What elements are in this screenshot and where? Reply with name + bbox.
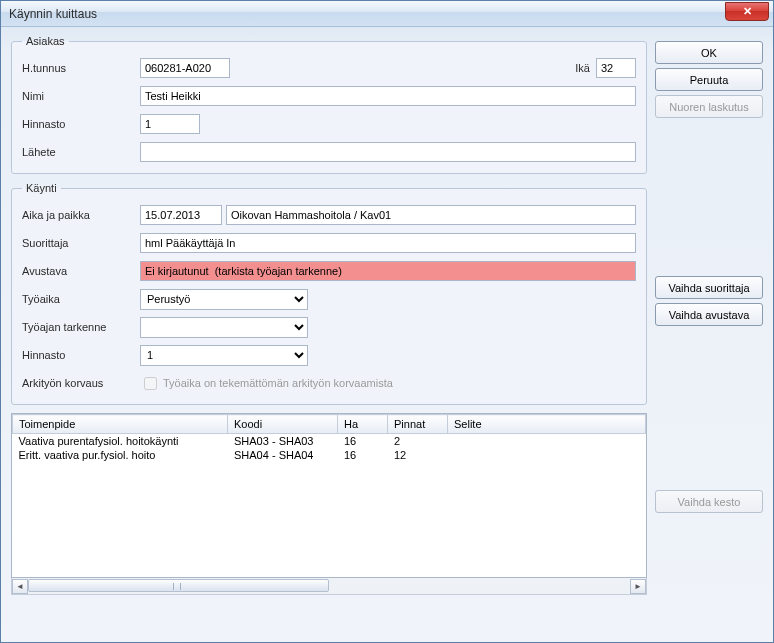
cell-selite (448, 448, 646, 462)
aika-label: Aika ja paikka (22, 209, 140, 221)
col-ha[interactable]: Ha (338, 415, 388, 434)
arkityo-label: Arkityön korvaus (22, 377, 140, 389)
col-toimenpide[interactable]: Toimenpide (13, 415, 228, 434)
nimi-label: Nimi (22, 90, 140, 102)
tyoaika-label: Työaika (22, 293, 140, 305)
aika-place-field[interactable] (226, 205, 636, 225)
kaynti-hinnasto-label: Hinnasto (22, 349, 140, 361)
lahete-label: Lähete (22, 146, 140, 158)
cell-toimenpide: Eritt. vaativa pur.fysiol. hoito (13, 448, 228, 462)
ika-field[interactable] (596, 58, 636, 78)
suorittaja-label: Suorittaja (22, 237, 140, 249)
aika-date-field[interactable] (140, 205, 222, 225)
dialog-window: Käynnin kuittaus ✕ Asiakas H.tunnus Ikä … (0, 0, 774, 643)
titlebar: Käynnin kuittaus ✕ (1, 1, 773, 27)
avustava-field[interactable] (140, 261, 636, 281)
close-icon: ✕ (743, 5, 752, 18)
scroll-right-icon[interactable]: ► (630, 579, 646, 594)
lahete-field[interactable] (140, 142, 636, 162)
close-button[interactable]: ✕ (725, 2, 769, 21)
kaynti-hinnasto-select[interactable]: 1 (140, 345, 308, 366)
ika-label: Ikä (560, 62, 590, 74)
col-selite[interactable]: Selite (448, 415, 646, 434)
table-row[interactable]: Vaativa purentafysiol. hoitokäyntiSHA03 … (13, 434, 646, 449)
tyotarkenne-select[interactable] (140, 317, 308, 338)
htunnus-field[interactable] (140, 58, 230, 78)
window-title: Käynnin kuittaus (9, 7, 97, 21)
cell-koodi: SHA04 - SHA04 (228, 448, 338, 462)
scroll-thumb[interactable] (28, 579, 329, 592)
asiakas-legend: Asiakas (22, 35, 69, 47)
asiakas-hinnasto-field[interactable] (140, 114, 200, 134)
tyoaika-select[interactable]: Perustyö (140, 289, 308, 310)
cell-toimenpide: Vaativa purentafysiol. hoitokäynti (13, 434, 228, 449)
avustava-label: Avustava (22, 265, 140, 277)
ok-button[interactable]: OK (655, 41, 763, 64)
toimenpide-table[interactable]: Toimenpide Koodi Ha Pinnat Selite Vaativ… (12, 414, 646, 462)
arkityo-checkbox (144, 377, 157, 390)
cell-ha: 16 (338, 448, 388, 462)
scroll-left-icon[interactable]: ◄ (12, 579, 28, 594)
toimenpide-table-wrap: Toimenpide Koodi Ha Pinnat Selite Vaativ… (11, 413, 647, 578)
suorittaja-field[interactable] (140, 233, 636, 253)
scroll-track[interactable] (28, 579, 630, 594)
asiakas-group: Asiakas H.tunnus Ikä Nimi Hinnasto (11, 35, 647, 174)
cancel-button[interactable]: Peruuta (655, 68, 763, 91)
horizontal-scrollbar[interactable]: ◄ ► (11, 578, 647, 595)
col-pinnat[interactable]: Pinnat (388, 415, 448, 434)
cell-selite (448, 434, 646, 449)
nuoren-laskutus-button: Nuoren laskutus (655, 95, 763, 118)
col-koodi[interactable]: Koodi (228, 415, 338, 434)
vaihda-suorittaja-button[interactable]: Vaihda suorittaja (655, 276, 763, 299)
nimi-field[interactable] (140, 86, 636, 106)
kaynti-group: Käynti Aika ja paikka Suorittaja Avustav… (11, 182, 647, 405)
cell-pinnat: 2 (388, 434, 448, 449)
htunnus-label: H.tunnus (22, 62, 140, 74)
kaynti-legend: Käynti (22, 182, 61, 194)
cell-pinnat: 12 (388, 448, 448, 462)
cell-ha: 16 (338, 434, 388, 449)
tyotarkenne-label: Työajan tarkenne (22, 321, 140, 333)
table-row[interactable]: Eritt. vaativa pur.fysiol. hoitoSHA04 - … (13, 448, 646, 462)
cell-koodi: SHA03 - SHA03 (228, 434, 338, 449)
asiakas-hinnasto-label: Hinnasto (22, 118, 140, 130)
vaihda-kesto-button: Vaihda kesto (655, 490, 763, 513)
arkityo-checkbox-label: Työaika on tekemättömän arkityön korvaam… (163, 377, 393, 389)
vaihda-avustava-button[interactable]: Vaihda avustava (655, 303, 763, 326)
